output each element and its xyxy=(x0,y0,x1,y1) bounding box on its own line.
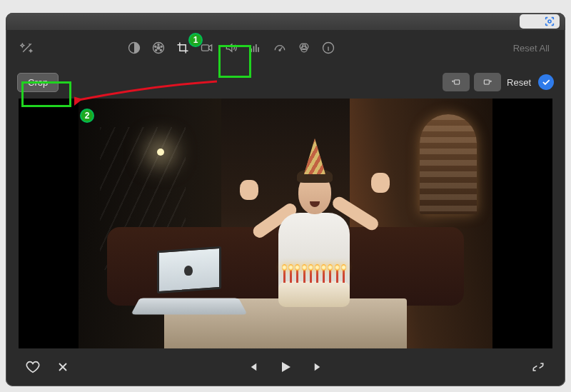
rotate-cw-button[interactable] xyxy=(474,73,501,91)
svg-point-3 xyxy=(158,44,159,46)
svg-point-5 xyxy=(160,49,161,51)
adjustments-toolbar: Reset All xyxy=(6,30,565,66)
laptop-graphic xyxy=(136,248,243,320)
svg-rect-20 xyxy=(484,80,489,84)
fullscreen-button[interactable] xyxy=(528,357,548,377)
preview-frame xyxy=(79,99,492,348)
info-icon[interactable] xyxy=(318,38,338,58)
playback-controls xyxy=(6,348,565,386)
color-palette-icon[interactable] xyxy=(148,38,168,58)
scan-icon xyxy=(544,16,555,27)
speedometer-icon[interactable] xyxy=(270,38,290,58)
reset-all-button[interactable]: Reset All xyxy=(509,43,554,54)
rotate-cw-icon xyxy=(480,77,495,87)
svg-rect-19 xyxy=(455,80,460,84)
previous-button[interactable] xyxy=(243,357,263,377)
crop-mode-button[interactable]: Crop xyxy=(17,73,59,92)
svg-point-7 xyxy=(155,46,156,47)
play-icon xyxy=(277,358,294,376)
svg-rect-11 xyxy=(253,46,255,52)
video-preview[interactable] xyxy=(19,99,552,348)
confirm-button[interactable] xyxy=(538,74,554,90)
svg-point-14 xyxy=(279,49,281,51)
crop-icon[interactable] xyxy=(173,38,193,58)
svg-rect-10 xyxy=(251,49,252,52)
reset-button[interactable]: Reset xyxy=(507,77,531,88)
skip-back-icon xyxy=(246,361,259,373)
svg-rect-13 xyxy=(258,47,259,52)
expand-icon xyxy=(531,360,545,374)
svg-rect-12 xyxy=(256,44,257,52)
play-button[interactable] xyxy=(276,357,295,377)
x-icon xyxy=(56,360,70,374)
rotate-ccw-button[interactable] xyxy=(443,73,470,91)
svg-point-6 xyxy=(156,49,157,51)
skip-forward-icon xyxy=(312,361,325,373)
magic-wand-icon[interactable] xyxy=(17,38,37,58)
svg-rect-9 xyxy=(202,45,209,51)
svg-point-4 xyxy=(161,46,162,47)
scan-button[interactable] xyxy=(520,14,560,29)
app-window: Reset All Crop Reset xyxy=(6,13,565,386)
video-camera-icon[interactable] xyxy=(197,38,217,58)
next-button[interactable] xyxy=(308,357,328,377)
volume-icon[interactable] xyxy=(221,38,241,58)
check-icon xyxy=(541,77,551,87)
heart-icon xyxy=(25,359,41,375)
reject-button[interactable] xyxy=(53,357,73,377)
window-titlebar xyxy=(6,13,565,30)
crop-subtoolbar: Crop Reset xyxy=(6,66,565,99)
rotate-ccw-icon xyxy=(449,77,463,87)
candles-graphic xyxy=(281,258,347,283)
equalizer-icon[interactable] xyxy=(246,38,266,58)
cake-graphic xyxy=(278,281,350,307)
favorite-button[interactable] xyxy=(23,357,43,377)
svg-point-8 xyxy=(157,46,160,49)
svg-point-0 xyxy=(548,20,551,23)
color-filter-icon[interactable] xyxy=(294,38,314,58)
color-balance-icon[interactable] xyxy=(124,38,144,58)
